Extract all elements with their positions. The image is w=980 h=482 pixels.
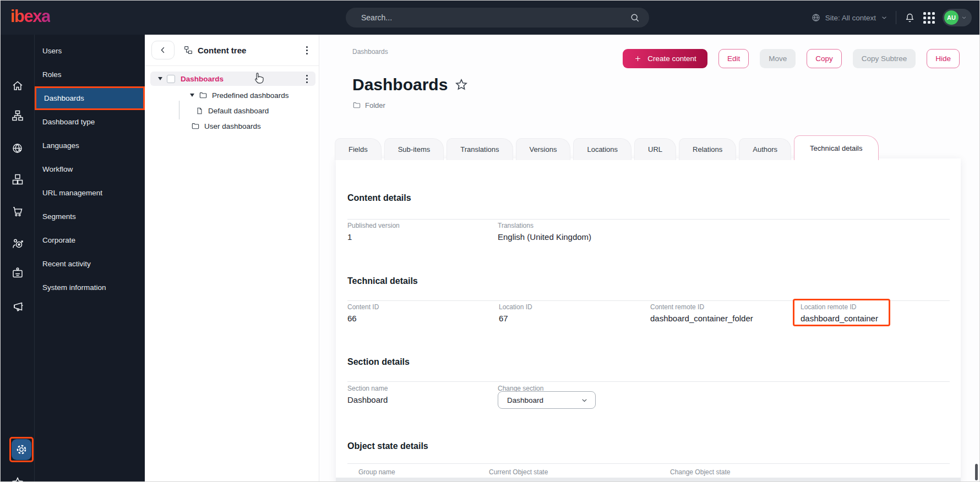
tab-sub-items[interactable]: Sub-items [384,138,444,160]
collapse-tree-button[interactable] [151,41,175,59]
tree-node-default-dashboard[interactable]: Default dashboard [145,104,319,117]
topbar-divider [896,11,896,24]
content-tree-header: Content tree [145,35,319,66]
admin-sidebar: Users Roles Dashboards Dashboard type La… [35,35,145,481]
content-structure-icon[interactable] [1,109,35,122]
globe-icon [811,13,821,23]
tree-node-user-dashboards[interactable]: User dashboards [145,119,319,133]
modules-icon[interactable] [1,173,35,186]
tree-options-kebab-icon[interactable] [304,43,310,57]
field-location-id: Location ID 67 [499,303,532,323]
field-section-name: Section name Dashboard [347,385,388,404]
content-details-heading: Content details [347,193,411,203]
change-section-dropdown[interactable]: Dashboard [498,391,596,409]
corporate-badge-icon[interactable] [1,266,35,280]
field-content-id: Content ID 66 [347,303,379,323]
ibexa-admin-screen: ibexa Site: All context AU [0,0,980,482]
search-icon[interactable] [629,12,640,23]
commerce-cart-icon[interactable] [1,205,35,218]
tree-guide-line [179,101,179,119]
sidebar-item-segments[interactable]: Segments [35,205,145,228]
tab-fields[interactable]: Fields [335,138,382,160]
sidebar-item-workflow[interactable]: Workflow [35,157,145,181]
column-group-name: Group name [358,468,395,476]
divider [347,219,950,220]
file-icon [195,107,204,115]
sidebar-item-corporate[interactable]: Corporate [35,228,145,252]
ibexa-logo[interactable]: ibexa [10,7,50,26]
personalization-target-icon[interactable] [1,237,35,250]
object-state-details-heading: Object state details [347,441,428,451]
tab-url[interactable]: URL [634,138,676,160]
settings-gear-icon[interactable] [12,439,31,460]
content-tree-icon [183,45,193,55]
breadcrumb[interactable]: Dashboards [352,48,388,56]
caret-down-icon[interactable] [158,77,162,80]
site-context-selector[interactable]: Site: All context [811,13,888,23]
create-content-button[interactable]: Create content [623,49,707,68]
folder-icon [199,91,208,100]
sidebar-item-languages[interactable]: Languages [35,134,145,157]
topbar: ibexa Site: All context AU [1,1,979,35]
copy-button[interactable]: Copy [807,49,842,68]
sidebar-item-roles[interactable]: Roles [35,63,145,86]
folder-icon [352,101,361,109]
chevron-down-icon [580,396,589,404]
avatar[interactable]: AU [944,10,959,25]
sidebar-item-users[interactable]: Users [35,39,145,63]
bookmark-star-icon[interactable] [454,78,469,92]
sidebar-item-dashboards[interactable]: Dashboards [35,86,145,110]
bookmarks-star-icon[interactable] [1,476,35,482]
move-button[interactable]: Move [760,49,796,68]
hide-button[interactable]: Hide [927,49,960,68]
sidebar-item-url-management[interactable]: URL management [35,181,145,205]
topbar-right-cluster: Site: All context AU [811,1,972,35]
column-change-object-state: Change Object state [670,468,730,476]
page-title: Dashboards [352,75,448,94]
chevron-left-icon [158,45,168,55]
content-tree: Dashboards Predefined dashboards Default… [145,66,319,133]
tab-relations[interactable]: Relations [679,138,736,160]
main-content: Dashboards Create content Edit Move Copy… [319,35,979,481]
sidebar-item-recent-activity[interactable]: Recent activity [35,252,145,276]
chevron-down-icon [961,14,967,21]
tab-authors[interactable]: Authors [739,138,791,160]
caret-down-icon[interactable] [190,94,194,97]
settings-highlight-box [9,437,34,462]
node-options-kebab-icon[interactable] [304,72,310,86]
tab-translations[interactable]: Translations [447,138,513,160]
section-details-heading: Section details [347,357,410,367]
action-buttons: Create content Edit Move Copy Copy Subtr… [623,49,960,68]
tab-locations[interactable]: Locations [573,138,631,160]
site-context-label: Site: All context [825,14,876,22]
tab-technical-details[interactable]: Technical details [794,135,878,160]
sidebar-item-dashboard-type[interactable]: Dashboard type [35,110,145,134]
search-input[interactable] [360,13,625,23]
field-translations: Translations English (United Kingdom) [498,222,591,242]
tree-node-predefined-dashboards[interactable]: Predefined dashboards [145,89,319,102]
home-icon[interactable] [1,79,35,92]
scrollbar-thumb[interactable] [975,464,978,480]
global-search[interactable] [346,8,649,28]
plus-icon [634,54,642,63]
tree-node-checkbox[interactable] [167,75,175,83]
app-grid-icon[interactable] [923,12,935,24]
icon-rail [1,35,35,481]
field-location-remote-id: Location remote ID dashboard_container [801,303,889,323]
site-globe-icon[interactable] [1,142,35,155]
notifications-bell-icon[interactable] [904,12,916,24]
column-current-object-state: Current Object state [489,468,548,476]
divider [347,463,950,464]
tree-node-dashboards[interactable]: Dashboards [150,72,315,86]
copy-subtree-button[interactable]: Copy Subtree [853,49,916,68]
tab-versions[interactable]: Versions [516,138,571,160]
user-menu[interactable]: AU [943,9,972,26]
chevron-down-icon [880,14,888,21]
location-remote-id-highlight-box: Location remote ID dashboard_container [793,299,890,326]
divider [347,381,950,382]
sidebar-item-system-information[interactable]: System information [35,276,145,299]
field-content-remote-id: Content remote ID dashboard_container_fo… [650,303,753,323]
edit-button[interactable]: Edit [718,49,749,68]
marketing-megaphone-icon[interactable] [1,300,35,313]
folder-icon [191,122,200,130]
